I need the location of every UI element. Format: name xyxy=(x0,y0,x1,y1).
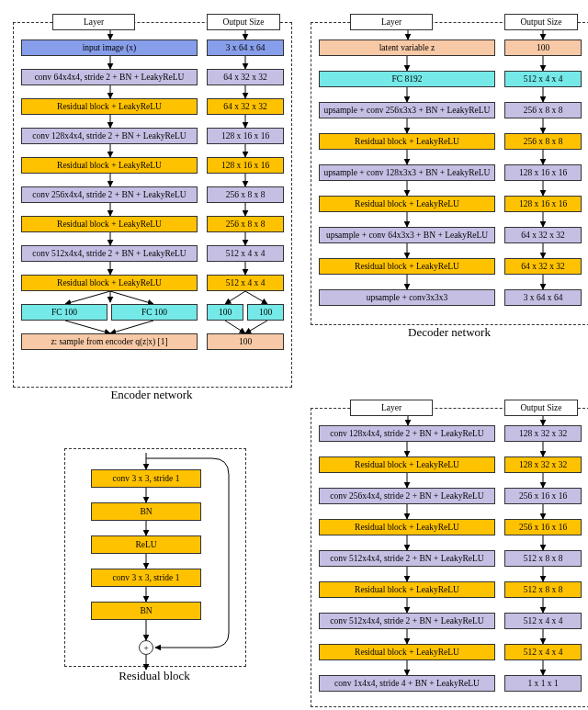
encoder-fc-out-left: 100 xyxy=(207,304,243,321)
encoder-sample-out: 100 xyxy=(207,333,284,350)
svg-line-21 xyxy=(225,291,245,304)
residual-layer-4: BN xyxy=(91,602,201,620)
decoder-layer-4: upsample + conv 128x3x3 + BN + LeakyReLU xyxy=(319,164,495,181)
encoder-out-2: 64 x 32 x 32 xyxy=(207,98,284,115)
svg-line-26 xyxy=(245,321,267,333)
residual-layer-0: conv 3 x 3, stride 1 xyxy=(91,469,201,488)
decoder-out-4: 128 x 16 x 16 xyxy=(504,164,582,181)
disc-out-7: 512 x 4 x 4 xyxy=(504,644,582,660)
encoder-caption: Encoder network xyxy=(13,388,290,402)
encoder-out-3: 128 x 16 x 16 xyxy=(207,128,284,144)
encoder-layer-1: conv 64x4x4, stride 2 + BN + LeakyReLU xyxy=(21,69,198,85)
decoder-layer-1: FC 8192 xyxy=(319,71,495,87)
sum-node: + xyxy=(139,640,153,655)
disc-out-6: 512 x 4 x 4 xyxy=(504,613,582,629)
decoder-out-7: 64 x 32 x 32 xyxy=(504,258,582,275)
svg-line-20 xyxy=(110,291,153,304)
disc-layer-7: Residual block + LeakyReLU xyxy=(319,644,495,660)
decoder-layer-6: upsample + conv 64x3x3 + BN + LeakyReLU xyxy=(319,227,495,243)
encoder-panel: Layer Output Size input image (x)3 x 64 … xyxy=(13,22,292,388)
encoder-fc-left: FC 100 xyxy=(21,304,107,321)
decoder-out-6: 64 x 32 x 32 xyxy=(504,227,582,243)
decoder-out-5: 128 x 16 x 16 xyxy=(504,196,582,212)
svg-line-23 xyxy=(65,321,110,333)
disc-out-4: 512 x 8 x 8 xyxy=(504,550,582,567)
decoder-layer-2: upsample + conv 256x3x3 + BN + LeakyReLU xyxy=(319,102,495,118)
svg-line-22 xyxy=(245,291,267,304)
encoder-layer-8: Residual block + LeakyReLU xyxy=(21,275,198,291)
encoder-sample: z: sample from encoder q(z|x) [1] xyxy=(21,333,198,350)
encoder-fc-right: FC 100 xyxy=(111,304,198,321)
decoder-layer-0: latent variable z xyxy=(319,39,495,56)
encoder-out-8: 512 x 4 x 4 xyxy=(207,275,284,291)
encoder-layer-6: Residual block + LeakyReLU xyxy=(21,216,198,232)
svg-line-25 xyxy=(225,321,245,333)
encoder-out-5: 256 x 8 x 8 xyxy=(207,186,284,203)
disc-layer-0: conv 128x4x4, stride 2 + BN + LeakyReLU xyxy=(319,425,495,442)
disc-layer-8: conv 1x4x4, stride 4 + BN + LeakyReLU xyxy=(319,675,495,692)
encoder-layer-2: Residual block + LeakyReLU xyxy=(21,98,198,115)
diagram-canvas: Layer Output Size input image (x)3 x 64 … xyxy=(7,17,588,710)
decoder-layer-8: upsample + conv3x3x3 xyxy=(319,289,495,306)
decoder-layer-5: Residual block + LeakyReLU xyxy=(319,196,495,212)
disc-layer-6: conv 512x4x4, stride 2 + BN + LeakyReLU xyxy=(319,613,495,629)
disc-out-8: 1 x 1 x 1 xyxy=(504,675,582,692)
disc-out-0: 128 x 32 x 32 xyxy=(504,425,582,442)
encoder-out-1: 64 x 32 x 32 xyxy=(207,69,284,85)
disc-layer-4: conv 512x4x4, stride 2 + BN + LeakyReLU xyxy=(319,550,495,567)
disc-layer-2: conv 256x4x4, stride 2 + BN + LeakyReLU xyxy=(319,488,495,504)
encoder-layer-3: conv 128x4x4, stride 2 + BN + LeakyReLU xyxy=(21,128,198,144)
svg-line-19 xyxy=(65,291,110,304)
encoder-out-4: 128 x 16 x 16 xyxy=(207,157,284,174)
decoder-caption: Decoder network xyxy=(311,325,588,340)
encoder-out-0: 3 x 64 x 64 xyxy=(207,39,284,56)
decoder-out-2: 256 x 8 x 8 xyxy=(504,102,582,118)
decoder-panel: Layer Output Size latent variable z100FC… xyxy=(311,22,588,325)
disc-out-1: 128 x 32 x 32 xyxy=(504,456,582,473)
residual-layer-1: BN xyxy=(91,502,201,521)
encoder-layer-4: Residual block + LeakyReLU xyxy=(21,157,198,174)
disc-layer-3: Residual block + LeakyReLU xyxy=(319,519,495,535)
encoder-layer-7: conv 512x4x4, stride 2 + BN + LeakyReLU xyxy=(21,245,198,262)
encoder-fc-out-right: 100 xyxy=(247,304,284,321)
decoder-layer-7: Residual block + LeakyReLU xyxy=(319,258,495,275)
decoder-out-3: 256 x 8 x 8 xyxy=(504,133,582,150)
disc-layer-5: Residual block + LeakyReLU xyxy=(319,581,495,598)
residual-caption: Residual block xyxy=(64,669,244,683)
disc-out-5: 512 x 8 x 8 xyxy=(504,581,582,598)
encoder-layer-0: input image (x) xyxy=(21,39,198,56)
residual-panel: conv 3 x 3, stride 1BNReLUconv 3 x 3, st… xyxy=(64,448,246,667)
disc-layer-1: Residual block + LeakyReLU xyxy=(319,456,495,473)
decoder-out-8: 3 x 64 x 64 xyxy=(504,289,582,306)
encoder-out-7: 512 x 4 x 4 xyxy=(207,245,284,262)
disc-out-3: 256 x 16 x 16 xyxy=(504,519,582,535)
encoder-out-6: 256 x 8 x 8 xyxy=(207,216,284,232)
residual-layer-3: conv 3 x 3, stride 1 xyxy=(91,569,201,587)
residual-layer-2: ReLU xyxy=(91,535,201,554)
decoder-out-1: 512 x 4 x 4 xyxy=(504,71,582,87)
disc-out-2: 256 x 16 x 16 xyxy=(504,488,582,504)
encoder-layer-5: conv 256x4x4, stride 2 + BN + LeakyReLU xyxy=(21,186,198,203)
decoder-layer-3: Residual block + LeakyReLU xyxy=(319,133,495,150)
discriminator-panel: Layer Output Size conv 128x4x4, stride 2… xyxy=(311,408,588,707)
svg-line-24 xyxy=(110,321,153,333)
decoder-out-0: 100 xyxy=(504,39,582,56)
